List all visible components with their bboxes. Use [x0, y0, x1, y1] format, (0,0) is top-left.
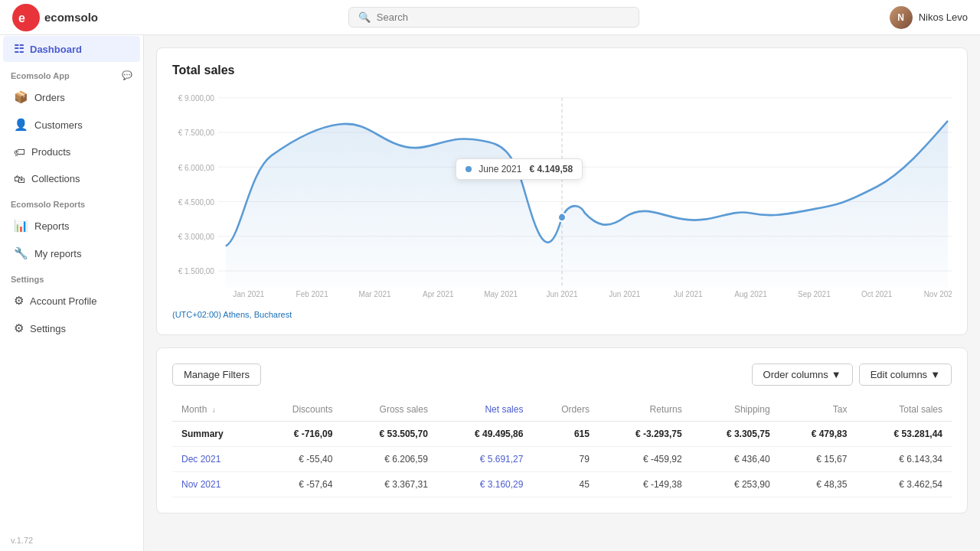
sidebar-item-orders[interactable]: 📦 Orders — [3, 84, 140, 110]
cell-discounts: € -57,64 — [258, 472, 341, 497]
cell-returns: € -459,92 — [599, 447, 691, 472]
sidebar-item-products[interactable]: 🏷 Products — [3, 139, 140, 165]
cell-tax: € 479,83 — [779, 422, 857, 447]
order-columns-button[interactable]: Order columns ▼ — [752, 364, 853, 386]
my-reports-icon: 🔧 — [14, 246, 28, 260]
chevron-down-icon: ▼ — [831, 369, 841, 380]
sidebar-item-dashboard[interactable]: ☷ Dashboard — [3, 36, 140, 62]
cell-discounts: € -55,40 — [258, 447, 341, 472]
column-buttons: Order columns ▼ Edit columns ▼ — [752, 364, 952, 386]
manage-filters-button[interactable]: Manage Filters — [172, 364, 261, 386]
svg-text:€ 3.000,00: € 3.000,00 — [178, 233, 214, 241]
svg-text:Jan 2021: Jan 2021 — [233, 290, 264, 298]
cell-orders: 615 — [532, 422, 598, 447]
cell-total: € 53.281,44 — [856, 422, 952, 447]
col-total: Total sales — [856, 398, 952, 422]
col-net: Net sales — [437, 398, 533, 422]
svg-text:Feb 2021: Feb 2021 — [296, 290, 328, 298]
sidebar-item-reports[interactable]: 📊 Reports — [3, 213, 140, 239]
table-row: Summary € -716,09 € 53.505,70 € 49.495,8… — [172, 422, 952, 447]
col-shipping: Shipping — [691, 398, 779, 422]
cell-discounts: € -716,09 — [258, 422, 341, 447]
cell-shipping: € 436,40 — [691, 447, 779, 472]
user-area: N Nikos Levo — [890, 6, 968, 29]
cell-orders: 45 — [532, 472, 598, 497]
cell-returns: € -149,38 — [599, 472, 691, 497]
logo[interactable]: e ecomsolo — [12, 4, 98, 31]
app-name: ecomsolo — [44, 11, 98, 24]
cell-total: € 6.143,34 — [856, 447, 952, 472]
sidebar-label-dashboard: Dashboard — [30, 44, 82, 55]
chart-tooltip-dot — [558, 214, 566, 222]
sidebar-section-settings: Settings — [0, 267, 143, 287]
sidebar-label-settings: Settings — [30, 323, 66, 334]
cell-shipping: € 3.305,75 — [691, 422, 779, 447]
chat-icon[interactable]: 💬 — [122, 70, 132, 80]
sidebar-item-collections[interactable]: 🛍 Collections — [3, 166, 140, 191]
dashboard-icon: ☷ — [14, 42, 24, 56]
cell-gross: € 6.206,59 — [341, 447, 437, 472]
cell-shipping: € 253,90 — [691, 472, 779, 497]
cell-tax: € 48,35 — [779, 472, 857, 497]
sidebar-item-customers[interactable]: 👤 Customers — [3, 112, 140, 138]
svg-text:Jun 2021: Jun 2021 — [546, 290, 577, 298]
tooltip-dot — [466, 166, 472, 172]
search-bar[interactable]: 🔍 — [348, 7, 639, 28]
svg-text:Nov 2021: Nov 2021 — [924, 290, 952, 298]
sidebar-item-my-reports[interactable]: 🔧 My reports — [3, 240, 140, 266]
sidebar-label-reports: Reports — [34, 220, 70, 232]
sidebar-label-products: Products — [31, 146, 70, 158]
col-orders: Orders — [532, 398, 598, 422]
cell-month: Summary — [172, 422, 258, 447]
svg-text:€ 4.500,00: € 4.500,00 — [178, 197, 214, 206]
search-input[interactable] — [377, 11, 629, 23]
avatar: N — [890, 6, 913, 29]
username: Nikos Levo — [919, 11, 968, 23]
products-icon: 🏷 — [14, 145, 25, 158]
sales-table: Month ↓ Discounts Gross sales Net sales … — [172, 398, 952, 497]
table-toolbar: Manage Filters Order columns ▼ Edit colu… — [172, 364, 952, 386]
sidebar-label-collections: Collections — [31, 173, 80, 184]
cell-month[interactable]: Dec 2021 — [172, 447, 258, 472]
svg-text:Jun 2021: Jun 2021 — [609, 290, 640, 298]
svg-text:Mar 2021: Mar 2021 — [358, 290, 390, 298]
svg-text:€ 7.500,00: € 7.500,00 — [178, 129, 214, 137]
chart-tooltip: June 2021 € 4.149,58 — [456, 158, 583, 180]
cell-total: € 3.462,54 — [856, 472, 952, 497]
customers-icon: 👤 — [14, 118, 28, 132]
chevron-down-icon-2: ▼ — [930, 369, 940, 380]
layout: ☷ Dashboard Ecomsolo App 💬 📦 Orders 👤 Cu… — [0, 35, 980, 551]
svg-text:May 2021: May 2021 — [484, 290, 518, 298]
svg-text:Aug 2021: Aug 2021 — [734, 290, 767, 298]
reports-icon: 📊 — [14, 219, 28, 233]
chart-svg: € 9.000,00 € 7.500,00 € 6.000,00 € 4.500… — [172, 90, 952, 304]
col-month[interactable]: Month ↓ — [172, 398, 258, 422]
cell-month[interactable]: Nov 2021 — [172, 472, 258, 497]
collections-icon: 🛍 — [14, 172, 25, 185]
svg-text:e: e — [18, 11, 25, 24]
sidebar-version: v.1.72 — [0, 530, 143, 551]
cell-net: € 49.495,86 — [437, 422, 533, 447]
cell-gross: € 53.505,70 — [341, 422, 437, 447]
sidebar-label-orders: Orders — [34, 92, 65, 103]
topbar: e ecomsolo 🔍 N Nikos Levo — [0, 0, 980, 35]
svg-text:Apr 2021: Apr 2021 — [423, 290, 454, 298]
svg-point-0 — [12, 4, 40, 31]
sidebar-section-reports: Ecomsolo Reports — [0, 192, 143, 212]
sidebar-section-app: Ecomsolo App 💬 — [0, 63, 143, 83]
cell-orders: 79 — [532, 447, 598, 472]
svg-text:Sep 2021: Sep 2021 — [798, 290, 831, 298]
col-tax: Tax — [779, 398, 857, 422]
cell-gross: € 3.367,31 — [341, 472, 437, 497]
svg-text:€ 9.000,00: € 9.000,00 — [178, 94, 214, 103]
sidebar: ☷ Dashboard Ecomsolo App 💬 📦 Orders 👤 Cu… — [0, 35, 144, 551]
sidebar-item-settings[interactable]: ⚙ Settings — [3, 315, 140, 341]
main-content: Total sales € 9.000,00 € 7.500,00 € 6.00… — [144, 35, 980, 551]
chart-timezone: (UTC+02:00) Athens, Bucharest — [172, 310, 952, 319]
cell-tax: € 15,67 — [779, 447, 857, 472]
sidebar-item-account-profile[interactable]: ⚙ Account Profile — [3, 288, 140, 314]
chart-area: € 9.000,00 € 7.500,00 € 6.000,00 € 4.500… — [172, 90, 952, 304]
svg-text:€ 6.000,00: € 6.000,00 — [178, 163, 214, 171]
edit-columns-button[interactable]: Edit columns ▼ — [859, 364, 952, 386]
col-returns: Returns — [599, 398, 691, 422]
